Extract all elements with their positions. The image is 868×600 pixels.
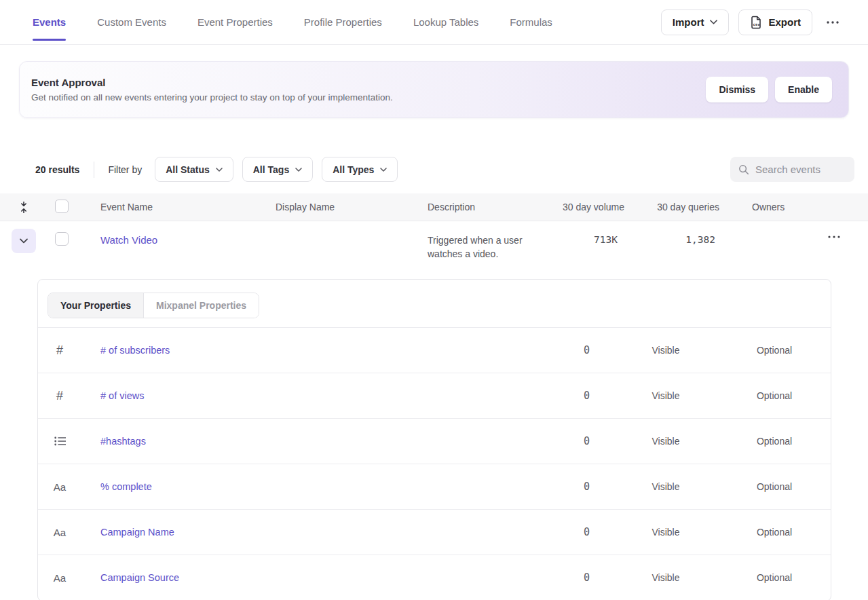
column-30-day-volume: 30 day volume: [556, 202, 624, 212]
lexicon-page: Events Custom Events Event Properties Pr…: [0, 0, 868, 600]
tab-lookup-tables[interactable]: Lookup Tables: [413, 12, 478, 32]
csv-file-icon: csv: [750, 16, 762, 29]
collapse-all-icon: [19, 202, 29, 213]
tab-formulas[interactable]: Formulas: [510, 12, 552, 32]
property-queries: 0: [530, 344, 611, 356]
results-count: 20 results: [35, 164, 79, 175]
collapse-row-button[interactable]: [12, 229, 36, 253]
property-name-link[interactable]: #hashtags: [100, 436, 146, 447]
filter-by-label: Filter by: [108, 164, 142, 175]
enable-button[interactable]: Enable: [775, 77, 832, 102]
property-name-link[interactable]: # of views: [100, 390, 144, 401]
property-queries: 0: [530, 435, 611, 447]
list-type-icon: [38, 436, 81, 446]
properties-panel: Your Properties Mixpanel Properties # # …: [37, 279, 831, 600]
nav-actions: Import csv Export: [661, 10, 844, 35]
tags-filter-dropdown[interactable]: All Tags: [242, 157, 313, 182]
queries-cell: 1,382: [624, 221, 719, 245]
property-name-link[interactable]: # of subscribers: [100, 345, 170, 356]
text-type-icon: Aa: [38, 572, 81, 584]
column-display-name: Display Name: [276, 202, 428, 212]
owners-cell: [719, 221, 868, 243]
search-events-input[interactable]: [755, 164, 846, 175]
property-name-link[interactable]: Campaign Name: [100, 527, 174, 538]
properties-segmented-control: Your Properties Mixpanel Properties: [48, 293, 259, 318]
property-row: Aa % complete 0 Visible Optional: [38, 464, 831, 510]
column-description: Description: [428, 202, 556, 212]
import-button-label: Import: [673, 16, 704, 28]
status-filter-label: All Status: [166, 164, 210, 175]
top-nav: Events Custom Events Event Properties Pr…: [0, 0, 868, 45]
property-visibility: Visible: [611, 481, 720, 492]
types-filter-dropdown[interactable]: All Types: [322, 157, 398, 182]
number-type-icon: #: [38, 389, 81, 403]
tags-filter-label: All Tags: [253, 164, 289, 175]
property-visibility: Visible: [611, 572, 720, 583]
tab-your-properties[interactable]: Your Properties: [48, 293, 144, 318]
row-actions-button[interactable]: [823, 231, 845, 243]
properties-tab-bar: Your Properties Mixpanel Properties: [38, 280, 831, 328]
collapse-all-button[interactable]: [19, 202, 29, 213]
search-icon: [738, 164, 749, 175]
tab-events[interactable]: Events: [33, 12, 66, 32]
banner-text: Event Approval Get notified on all new e…: [31, 77, 393, 102]
chevron-down-icon: [20, 238, 28, 244]
export-button-label: Export: [768, 16, 801, 28]
property-requirement: Optional: [720, 345, 829, 356]
export-button[interactable]: csv Export: [738, 10, 812, 35]
property-row: Aa Campaign Name 0 Visible Optional: [38, 510, 831, 555]
volume-cell: 713K: [556, 221, 624, 245]
more-horizontal-icon: [827, 235, 841, 239]
events-table-header: Event Name Display Name Description 30 d…: [0, 193, 868, 221]
types-filter-label: All Types: [333, 164, 374, 175]
property-row: # # of subscribers 0 Visible Optional: [38, 328, 831, 373]
row-checkbox[interactable]: [55, 232, 69, 246]
property-visibility: Visible: [611, 345, 720, 356]
column-owners: Owners: [719, 202, 868, 212]
toolbar-divider: [94, 162, 94, 178]
event-name-link[interactable]: Watch Video: [100, 234, 157, 246]
text-type-icon: Aa: [38, 527, 81, 538]
dismiss-button[interactable]: Dismiss: [706, 77, 768, 102]
search-events-box[interactable]: [730, 157, 854, 182]
event-approval-banner: Event Approval Get notified on all new e…: [19, 61, 849, 118]
more-horizontal-icon: [826, 20, 839, 24]
banner-actions: Dismiss Enable: [706, 77, 832, 102]
property-requirement: Optional: [720, 390, 829, 401]
tab-custom-events[interactable]: Custom Events: [97, 12, 166, 32]
chevron-down-icon: [216, 168, 223, 172]
property-queries: 0: [530, 481, 611, 493]
tab-profile-properties[interactable]: Profile Properties: [304, 12, 382, 32]
property-requirement: Optional: [720, 436, 829, 447]
filter-toolbar: 20 results Filter by All Status All Tags…: [0, 157, 868, 182]
property-row: #hashtags 0 Visible Optional: [38, 419, 831, 464]
nav-tabs: Events Custom Events Event Properties Pr…: [33, 12, 552, 32]
column-30-day-queries: 30 day queries: [624, 202, 719, 212]
property-name-link[interactable]: % complete: [100, 481, 152, 492]
property-name-link[interactable]: Campaign Source: [100, 572, 179, 583]
column-event-name: Event Name: [100, 202, 276, 212]
property-visibility: Visible: [611, 390, 720, 401]
number-type-icon: #: [38, 343, 81, 358]
select-all-checkbox[interactable]: [55, 200, 69, 213]
property-visibility: Visible: [611, 527, 720, 538]
property-requirement: Optional: [720, 481, 829, 492]
import-button[interactable]: Import: [661, 10, 730, 35]
property-row: Aa Campaign Source 0 Visible Optional: [38, 555, 831, 600]
property-queries: 0: [530, 526, 611, 538]
banner-title: Event Approval: [31, 77, 393, 88]
banner-description: Get notified on all new events entering …: [31, 92, 393, 102]
status-filter-dropdown[interactable]: All Status: [155, 157, 233, 182]
svg-text:csv: csv: [753, 22, 761, 26]
property-queries: 0: [530, 571, 611, 584]
property-requirement: Optional: [720, 527, 829, 538]
tab-mixpanel-properties[interactable]: Mixpanel Properties: [144, 293, 259, 318]
chevron-down-icon: [710, 20, 717, 24]
property-row: # # of views 0 Visible Optional: [38, 373, 831, 419]
chevron-down-icon: [295, 168, 302, 172]
tab-event-properties[interactable]: Event Properties: [197, 12, 273, 32]
table-row-watch-video: Watch Video Triggered when a user watche…: [0, 221, 868, 279]
more-menu-button[interactable]: [822, 16, 844, 29]
chevron-down-icon: [380, 168, 387, 172]
property-visibility: Visible: [611, 436, 720, 447]
